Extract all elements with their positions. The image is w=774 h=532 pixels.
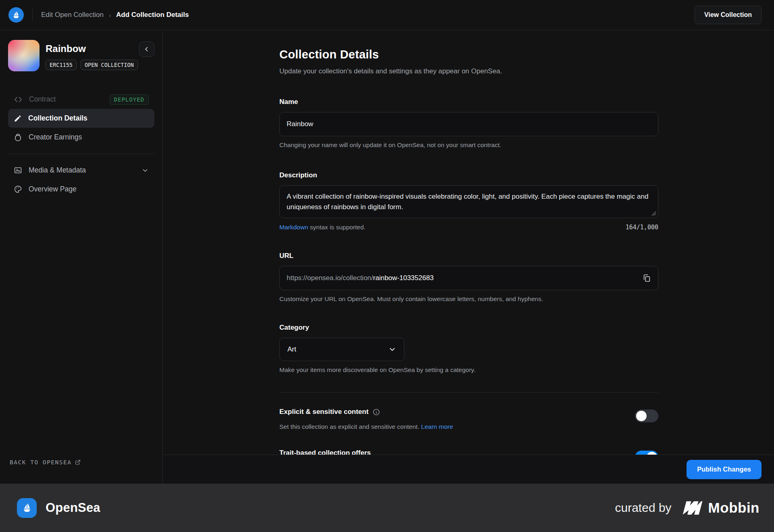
pencil-icon (14, 114, 22, 123)
divider (279, 392, 658, 393)
name-help: Changing your name will only update it o… (279, 141, 658, 149)
category-label: Category (279, 324, 658, 332)
page-title: Collection Details (279, 48, 658, 61)
breadcrumb-current: Add Collection Details (116, 11, 189, 19)
view-collection-button[interactable]: View Collection (695, 6, 762, 24)
markdown-help: Markdown syntax is supported. (279, 224, 366, 231)
description-label: Description (279, 171, 658, 179)
money-bag-icon (14, 133, 22, 141)
chevron-right-icon: › (109, 12, 111, 19)
name-input[interactable] (279, 112, 658, 136)
url-prefix: https://opensea.io/collection/ (287, 274, 373, 282)
collection-thumbnail (8, 40, 40, 71)
footer-brand-name: OpenSea (46, 501, 100, 515)
divider (8, 154, 154, 154)
open-collection-badge: OPEN COLLECTION (81, 60, 138, 70)
breadcrumb: Edit Open Collection › Add Collection De… (41, 11, 189, 19)
explicit-learn-more-link[interactable]: Learn more (421, 423, 453, 430)
category-select[interactable]: Art (279, 338, 404, 361)
description-section: Description A vibrant collection of rain… (279, 171, 658, 231)
url-label: URL (279, 252, 658, 260)
char-counter: 164/1,000 (626, 224, 658, 231)
info-icon[interactable] (372, 408, 380, 416)
collection-header: Rainbow ERC1155 OPEN COLLECTION (8, 40, 154, 71)
action-bar: Publish Changes (163, 455, 774, 484)
sidebar-item-overview-page[interactable]: Overview Page (8, 180, 154, 199)
collection-name: Rainbow (46, 43, 138, 54)
sidebar-nav: Contract DEPLOYED Collection Details Cre… (8, 90, 154, 199)
sidebar-item-contract: Contract DEPLOYED (8, 90, 154, 109)
opensea-boat-icon (11, 10, 21, 20)
url-input[interactable]: https://opensea.io/collection/rainbow-10… (279, 266, 658, 290)
external-link-icon (75, 459, 81, 465)
image-icon (14, 166, 22, 175)
markdown-link[interactable]: Markdown (279, 224, 308, 231)
sidebar-item-label: Collection Details (28, 114, 87, 123)
page-footer: OpenSea curated by Mobbin (0, 484, 774, 532)
markdown-help-rest: syntax is supported. (308, 224, 366, 231)
opensea-logo[interactable] (8, 7, 24, 23)
top-bar: Edit Open Collection › Add Collection De… (0, 0, 774, 30)
explicit-description: Set this collection as explicit and sens… (279, 423, 419, 430)
sidebar-item-creator-earnings[interactable]: Creator Earnings (8, 128, 154, 147)
name-section: Name Changing your name will only update… (279, 98, 658, 149)
chevron-down-icon (141, 167, 149, 174)
description-textarea[interactable]: A vibrant collection of rainbow-inspired… (279, 185, 658, 218)
explicit-content-toggle[interactable] (635, 409, 658, 422)
sidebar-item-label: Contract (29, 95, 56, 104)
category-help: Make your items more discoverable on Ope… (279, 366, 658, 374)
main-panel: Collection Details Update your collectio… (163, 30, 774, 484)
category-value: Art (287, 345, 296, 353)
mobbin-logo[interactable]: Mobbin (682, 500, 759, 516)
url-value: rainbow-103352683 (373, 274, 434, 282)
sidebar-item-label: Overview Page (29, 185, 77, 193)
chevron-left-icon (143, 46, 150, 53)
sidebar-collapse-button[interactable] (139, 42, 154, 57)
name-label: Name (279, 98, 658, 106)
code-icon (14, 95, 23, 104)
sidebar: Rainbow ERC1155 OPEN COLLECTION Contract… (0, 30, 163, 484)
breadcrumb-parent[interactable]: Edit Open Collection (41, 11, 104, 19)
back-link-label: BACK TO OPENSEA (10, 459, 71, 466)
divider (32, 9, 33, 21)
mobbin-name: Mobbin (708, 500, 759, 516)
sidebar-item-label: Media & Metadata (29, 166, 86, 175)
opensea-boat-icon (21, 501, 33, 514)
sidebar-item-media-metadata[interactable]: Media & Metadata (8, 161, 154, 180)
erc1155-badge: ERC1155 (46, 60, 77, 70)
back-to-opensea-link[interactable]: BACK TO OPENSEA (10, 459, 81, 466)
copy-icon (642, 274, 651, 283)
category-section: Category Art Make your items more discov… (279, 324, 658, 374)
deployed-badge: DEPLOYED (110, 94, 149, 105)
palette-icon (14, 185, 22, 193)
page-subtitle: Update your collection's details and set… (279, 67, 658, 75)
chevron-down-icon (388, 345, 396, 353)
url-section: URL https://opensea.io/collection/rainbo… (279, 252, 658, 303)
explicit-title: Explicit & sensitive content (279, 408, 368, 416)
sidebar-item-label: Creator Earnings (29, 133, 82, 141)
explicit-content-row: Explicit & sensitive content Set this co… (279, 408, 658, 431)
opensea-logo-footer (17, 498, 37, 518)
url-help: Customize your URL on OpenSea. Must only… (279, 295, 658, 303)
curated-by-text: curated by (615, 501, 672, 515)
footer-brand[interactable]: OpenSea (17, 498, 100, 518)
toggle-knob (636, 411, 647, 421)
publish-changes-button[interactable]: Publish Changes (687, 460, 762, 479)
sidebar-item-collection-details[interactable]: Collection Details (8, 109, 154, 128)
mobbin-mark-icon (682, 500, 703, 516)
copy-url-button[interactable] (642, 274, 651, 283)
